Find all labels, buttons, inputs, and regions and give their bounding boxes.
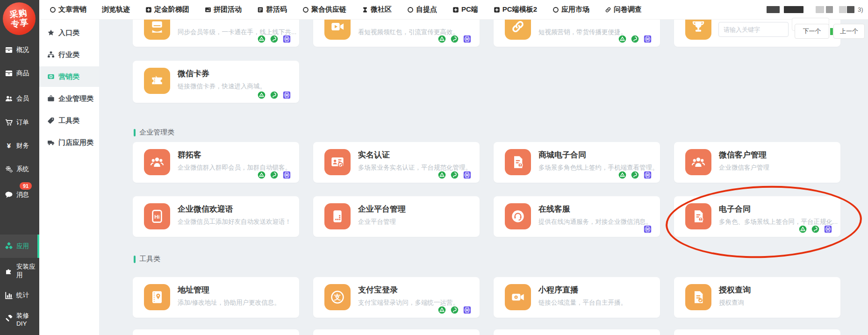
nav-item-label: 拼团活动 bbox=[214, 5, 242, 14]
find-next-button[interactable]: 下一个 bbox=[795, 24, 829, 39]
contract-doc-icon bbox=[505, 149, 531, 175]
mp-badge bbox=[438, 306, 446, 314]
sidebar-item-label: 统计 bbox=[16, 291, 29, 299]
video-play-icon bbox=[324, 20, 351, 40]
app-title: 企业平台管理 bbox=[358, 204, 406, 214]
app-card-miniprogram-live[interactable]: 小程序直播链接公域流量，平台自主开播。 bbox=[494, 277, 660, 318]
category-item-store-apps[interactable]: 门店应用类 bbox=[39, 132, 99, 153]
app-card-wechat-customer-mgmt[interactable]: 微信客户管理企业微信客户管理 bbox=[674, 142, 840, 183]
app-card-short-video-marketing[interactable]: 短视频营销，带货传播更便捷。WAP bbox=[494, 20, 660, 47]
green-sliver bbox=[830, 28, 833, 35]
category-item-industry[interactable]: 行业类 bbox=[39, 44, 99, 65]
doc-check-icon bbox=[685, 284, 711, 310]
nav-item-browse-history[interactable]: 浏览轨迹 bbox=[102, 5, 130, 14]
nav-item-pc-template2[interactable]: PC端模板2 bbox=[494, 5, 537, 14]
svg-text:¥: ¥ bbox=[7, 142, 11, 150]
find-input[interactable] bbox=[718, 22, 789, 37]
nav-item-group-buy-activity[interactable]: 拼团活动 bbox=[205, 5, 242, 14]
nav-item-supply-chain[interactable]: 聚合供应链 bbox=[302, 5, 346, 14]
section-title: 企业管理类 bbox=[139, 128, 174, 137]
platform-badges: WAP bbox=[644, 225, 652, 233]
trophy-icon bbox=[685, 20, 711, 40]
app-card-real-name-auth[interactable]: 实名认证多场景业务实名认证，平台规范化管理。WAP bbox=[313, 142, 480, 183]
app-card-mall-econtract[interactable]: 商城电子合同多场景多角色线上签约，手机端查看管理。WAP bbox=[494, 142, 660, 183]
app-title: 电子合同 bbox=[719, 204, 751, 214]
wap-badge: WAP bbox=[824, 225, 832, 233]
wx-badge bbox=[270, 91, 278, 99]
image-icon bbox=[205, 7, 211, 13]
section-title: 工具类 bbox=[139, 255, 160, 264]
category-item-label: 行业类 bbox=[58, 50, 79, 59]
app-title: 小程序直播 bbox=[538, 285, 578, 295]
category-item-label: 门店应用类 bbox=[58, 138, 93, 147]
puzzle-icon bbox=[5, 267, 13, 275]
circle-icon bbox=[407, 7, 414, 13]
category-item-enterprise-management[interactable]: 企业管理类 bbox=[39, 88, 99, 109]
app-title: 企业微信欢迎语 bbox=[178, 204, 233, 214]
logo-line2: 专享 bbox=[10, 17, 29, 29]
tag-icon bbox=[47, 117, 55, 124]
platform-badges: WAP bbox=[438, 171, 471, 179]
sidebar-item-system[interactable]: 系统 bbox=[0, 161, 39, 177]
sidebar-item-finance[interactable]: ¥财务 bbox=[0, 138, 39, 154]
nav-item-micro-community[interactable]: 微社区 bbox=[362, 5, 392, 14]
sidebar-item-orders[interactable]: 订单 bbox=[0, 114, 39, 130]
nav-item-article-marketing[interactable]: 文章营销 bbox=[50, 5, 86, 14]
mp-badge bbox=[258, 91, 265, 99]
app-desc: 链接微信卡券，快速进入商城。 bbox=[178, 82, 266, 91]
people-group-icon bbox=[144, 149, 170, 175]
app-card-video-redpacket[interactable]: 看短视频领红包，引流宣传更高效。WAP bbox=[313, 20, 480, 47]
app-grid: 企业管理类工具类同步会员等级，一卡通在手，线上线下共...WAP看短视频领红包，… bbox=[133, 20, 840, 335]
app-card-alipay-login[interactable]: 支支付宝登录支付宝端登录访问，多端统一运营。WAP bbox=[313, 277, 480, 318]
wx-badge bbox=[631, 35, 639, 43]
app-card-member-card-sync[interactable]: 同步会员等级，一卡通在手，线上线下共...WAP bbox=[133, 20, 299, 47]
app-card-partial-card-1[interactable] bbox=[133, 329, 299, 335]
nav-item-deposit-ladder-group[interactable]: 定金阶梯团 bbox=[145, 5, 189, 14]
redacted-block bbox=[839, 6, 846, 13]
app-card-auth-query[interactable]: 授权查询授权查询 bbox=[674, 277, 840, 318]
sidebar-item-apps[interactable]: 应用 bbox=[0, 235, 39, 258]
redacted-block bbox=[816, 6, 824, 13]
app-card-partial-card-3[interactable] bbox=[494, 329, 660, 335]
doc-icon bbox=[257, 7, 264, 13]
sidebar-item-label: 财务 bbox=[16, 142, 29, 150]
nav-item-pc[interactable]: PC端 bbox=[452, 5, 478, 14]
sidebar-item-install-apps[interactable]: 安装应用 bbox=[0, 263, 39, 279]
app-card-wechat-coupon[interactable]: 微信卡券链接微信卡券，快速进入商城。WAP bbox=[133, 61, 299, 103]
category-item-tools[interactable]: 工具类 bbox=[39, 110, 99, 131]
find-prev-button[interactable]: 上一个 bbox=[833, 24, 865, 39]
sidebar-item-label: 消息 bbox=[16, 191, 29, 199]
sidebar-item-goods[interactable]: 商品 bbox=[0, 65, 39, 81]
sidebar-item-stats[interactable]: 统计 bbox=[0, 287, 39, 303]
ticket-icon bbox=[144, 68, 170, 94]
nav-item-pickup-point[interactable]: 自提点 bbox=[407, 5, 437, 14]
wap-badge: WAP bbox=[644, 171, 652, 179]
nav-item-survey[interactable]: 问卷调查 bbox=[605, 5, 642, 14]
section-bar bbox=[134, 129, 136, 136]
app-card-econtract[interactable]: 电子合同多角色、多场景线上签合同，平台正规化...WAP bbox=[674, 196, 840, 237]
app-desc: 企业微信客户管理 bbox=[719, 164, 769, 172]
app-card-address-mgmt[interactable]: 地址管理添加/修改地址，协助用户更改信息。 bbox=[133, 277, 299, 318]
app-card-group-expansion[interactable]: 群拓客企业微信群入群即会员，加群自动锁客。WAP bbox=[133, 142, 299, 183]
mp-badge bbox=[438, 171, 446, 179]
sidebar-item-diy[interactable]: 装修DIY bbox=[0, 311, 39, 327]
phone-dots-icon bbox=[324, 203, 351, 229]
app-card-online-service[interactable]: 在线客服提供在线沟通服务，对接企业微信消息。WAP bbox=[494, 196, 660, 237]
sidebar-item-overview[interactable]: 概况 bbox=[0, 42, 39, 58]
app-card-wecom-welcome[interactable]: Hi企业微信欢迎语企业微信员工添加好友自动发送欢迎语！ bbox=[133, 196, 299, 237]
wap-badge: WAP bbox=[283, 171, 291, 179]
nav-item-group-qr-code[interactable]: 群活码 bbox=[257, 5, 287, 14]
nav-item-app-market[interactable]: 应用市场 bbox=[552, 5, 589, 14]
app-card-enterprise-platform[interactable]: 企业平台管理企业平台管理 bbox=[313, 196, 480, 237]
app-card-partial-card-2[interactable] bbox=[313, 329, 480, 335]
gear-icon bbox=[5, 165, 13, 173]
app-card-partial-card-4[interactable] bbox=[674, 329, 840, 335]
category-item-entry[interactable]: 入口类 bbox=[39, 22, 99, 43]
redacted-block bbox=[826, 6, 833, 13]
wx-badge bbox=[631, 171, 639, 179]
sidebar-item-members[interactable]: 会员 bbox=[0, 91, 39, 107]
platform-badges: WAP bbox=[258, 171, 291, 179]
category-item-marketing[interactable]: 营销类 bbox=[39, 66, 99, 87]
sidebar-item-messages[interactable]: 消息91 bbox=[0, 187, 39, 203]
wx-badge bbox=[811, 225, 819, 233]
